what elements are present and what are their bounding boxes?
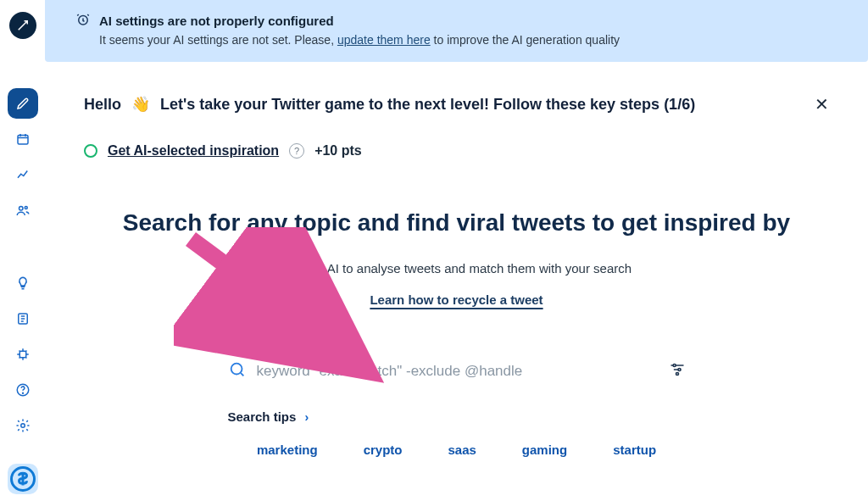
task-points: +10 pts	[314, 143, 362, 159]
sidebar-item-ideas[interactable]	[8, 268, 38, 298]
tag-startup[interactable]: startup	[613, 443, 656, 457]
onboard-task-row: Get AI-selected inspiration ? +10 pts	[84, 143, 868, 159]
task-help-icon[interactable]: ?	[289, 143, 304, 159]
onboard-close-button[interactable]: ✕	[810, 94, 834, 114]
hero-section: Search for any topic and find viral twee…	[45, 208, 868, 457]
hero-title: Search for any topic and find viral twee…	[96, 208, 817, 237]
svg-point-6	[22, 392, 23, 393]
sidebar-item-settings[interactable]	[8, 410, 38, 441]
search-input[interactable]	[257, 363, 659, 380]
svg-rect-4	[19, 351, 26, 358]
sidebar	[0, 0, 45, 501]
search-tips-link[interactable]: Search tips ›	[228, 409, 686, 424]
onboarding-header: Hello 👋 Let's take your Twitter game to …	[45, 62, 868, 125]
sidebar-item-upgrade[interactable]	[8, 464, 38, 494]
filter-icon[interactable]	[669, 361, 686, 381]
tag-gaming[interactable]: gaming	[522, 443, 567, 457]
svg-point-13	[676, 373, 678, 376]
svg-point-12	[678, 369, 681, 371]
tag-crypto[interactable]: crypto	[364, 443, 403, 457]
svg-point-7	[20, 424, 25, 428]
main-content: AI settings are not properly configured …	[45, 0, 868, 501]
sidebar-item-compose[interactable]	[8, 88, 38, 119]
sidebar-item-audience[interactable]	[8, 195, 38, 225]
task-status-circle	[84, 144, 97, 158]
app-logo[interactable]	[9, 12, 36, 39]
chevron-right-icon: ›	[304, 410, 309, 424]
onboard-message: Let's take your Twitter game to the next…	[160, 96, 695, 114]
alert-body: It seems your AI settings are not set. P…	[99, 33, 844, 47]
sidebar-item-library[interactable]	[8, 303, 38, 334]
svg-point-1	[19, 207, 23, 211]
search-bar	[228, 360, 686, 382]
svg-point-11	[673, 365, 676, 367]
onboard-hello: Hello	[84, 96, 121, 114]
sidebar-item-calendar[interactable]	[8, 124, 38, 154]
learn-recycle-link[interactable]: Learn how to recycle a tweet	[370, 292, 542, 307]
sidebar-item-ai[interactable]	[8, 339, 38, 370]
svg-point-10	[231, 364, 242, 375]
alarm-icon	[75, 12, 91, 30]
tag-saas[interactable]: saas	[448, 443, 476, 457]
task-link[interactable]: Get AI-selected inspiration	[108, 143, 279, 159]
wave-icon: 👋	[131, 95, 150, 114]
alert-title: AI settings are not properly configured	[99, 14, 334, 28]
tag-marketing[interactable]: marketing	[257, 443, 318, 457]
suggested-tags: marketing crypto saas gaming startup	[220, 443, 694, 457]
ai-settings-alert: AI settings are not properly configured …	[45, 0, 868, 62]
sidebar-item-analytics[interactable]	[8, 159, 38, 190]
alert-update-link[interactable]: update them here	[337, 33, 431, 47]
sidebar-item-help[interactable]	[8, 375, 38, 405]
svg-rect-0	[18, 136, 28, 145]
svg-point-2	[25, 207, 27, 209]
search-icon	[228, 360, 247, 382]
hero-subtitle: We use AI to analyse tweets and match th…	[96, 261, 817, 276]
